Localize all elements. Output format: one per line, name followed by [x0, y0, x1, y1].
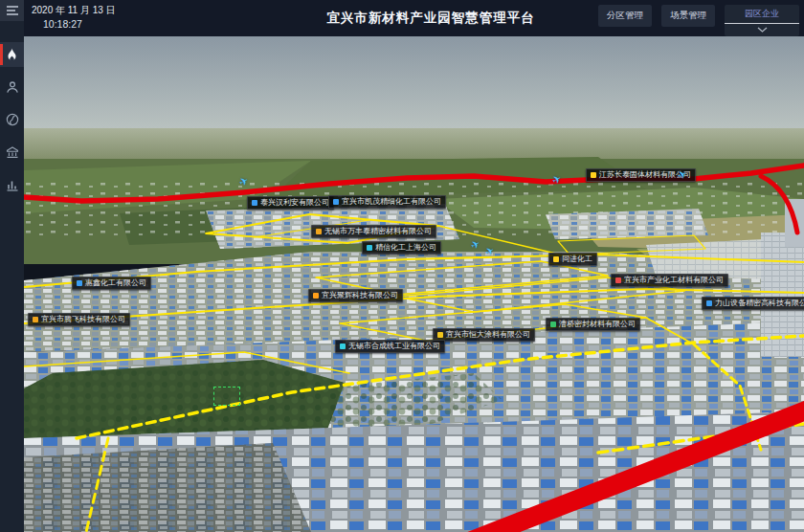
zone-management-button[interactable]: 分区管理 — [598, 5, 652, 27]
company-label[interactable]: 宜兴市凯茂精细化工有限公司 — [328, 195, 446, 209]
company-label-text: 无锡市万丰泰精密材料有限公司 — [324, 228, 432, 235]
company-marker-icon — [550, 321, 556, 327]
company-marker-icon — [367, 245, 372, 251]
datetime-block: 2020 年 11 月 13 日 10:18:27 — [32, 4, 116, 31]
company-marker-icon — [77, 280, 82, 286]
sidebar-item-fire-monitor[interactable] — [0, 42, 24, 67]
app-window: 2020 年 11 月 13 日 10:18:27 宜兴市新材料产业园智慧管理平… — [0, 0, 804, 532]
company-marker-icon — [591, 172, 596, 178]
sidebar-item-enterprise[interactable] — [0, 140, 24, 165]
aircraft-marker-icon[interactable]: ✈ — [237, 174, 251, 189]
scene-management-button[interactable]: 场景管理 — [661, 5, 715, 27]
page-title: 宜兴市新材料产业园智慧管理平台 — [326, 0, 535, 36]
map-3d-viewport[interactable]: 泰兴汉利安有限公司宜兴市凯茂精细化工有限公司无锡市万丰泰精密材料有限公司精信化工… — [24, 36, 804, 532]
company-label-text: 宜兴市凯茂精细化工有限公司 — [342, 198, 441, 206]
company-label[interactable]: 惠鑫化工有限公司 — [72, 277, 151, 290]
company-label-text: 漕桥密封材料有限公司 — [559, 321, 636, 328]
company-label-text: 精信化工上海公司 — [375, 244, 436, 252]
sidebar-item-menu[interactable] — [0, 0, 24, 21]
company-label-text: 同进化工 — [562, 255, 592, 263]
company-label[interactable]: 无锡市合成线工业有限公司 — [335, 340, 445, 353]
company-marker-icon — [33, 317, 38, 322]
icon-sidebar — [0, 0, 24, 532]
company-label[interactable]: 泰兴汉利安有限公司 — [247, 196, 334, 210]
sidebar-item-environment[interactable] — [0, 107, 24, 132]
company-label[interactable]: 漕桥密封材料有限公司 — [546, 318, 640, 331]
company-label[interactable]: 宜兴市恒大涂料有限公司 — [433, 328, 535, 342]
company-marker-icon — [553, 256, 559, 262]
current-date: 2020 年 11 月 13 日 — [32, 4, 116, 17]
company-marker-icon — [340, 344, 346, 349]
header-actions: 分区管理 场景管理 园区企业 — [598, 5, 799, 36]
chevron-down-icon — [725, 24, 799, 36]
aircraft-marker-icon[interactable]: ✈ — [550, 172, 564, 188]
aircraft-marker-icon[interactable]: ✈ — [483, 244, 497, 259]
park-enterprise-dropdown[interactable]: 园区企业 — [725, 5, 799, 36]
hamburger-icon — [6, 5, 19, 16]
aircraft-marker-icon[interactable]: ✈ — [469, 237, 482, 253]
company-marker-icon — [333, 199, 339, 205]
company-label[interactable]: 宜兴聚辉科技有限公司 — [308, 289, 403, 302]
company-marker-icon — [252, 200, 257, 206]
company-label[interactable]: 宜兴市产业化工材料有限公司 — [611, 274, 728, 287]
company-label[interactable]: 无锡市万丰泰精密材料有限公司 — [311, 225, 436, 238]
flame-icon — [6, 48, 18, 62]
company-label[interactable]: 同进化工 — [548, 253, 597, 266]
company-label[interactable]: 精信化工上海公司 — [362, 241, 441, 255]
company-marker-icon — [437, 332, 443, 338]
current-time: 10:18:27 — [32, 17, 116, 31]
globe-icon — [6, 113, 19, 126]
company-marker-icon — [313, 293, 319, 299]
sidebar-item-statistics[interactable] — [0, 172, 24, 197]
company-label-text: 无锡市合成线工业有限公司 — [348, 343, 440, 350]
company-label-text: 宜兴市腾飞科技有限公司 — [41, 316, 125, 323]
company-label[interactable]: 宜兴市腾飞科技有限公司 — [28, 313, 130, 326]
dropdown-selected-label: 园区企业 — [725, 5, 799, 24]
top-bar: 2020 年 11 月 13 日 10:18:27 宜兴市新材料产业园智慧管理平… — [24, 0, 804, 36]
bank-icon — [6, 145, 19, 159]
company-label-text: 宜兴聚辉科技有限公司 — [322, 292, 398, 299]
bar-chart-icon — [6, 178, 19, 191]
map-overlay: 泰兴汉利安有限公司宜兴市凯茂精细化工有限公司无锡市万丰泰精密材料有限公司精信化工… — [24, 36, 804, 532]
sidebar-item-personnel[interactable] — [0, 75, 24, 100]
company-label-text: 宜兴市产业化工材料有限公司 — [624, 277, 724, 284]
company-marker-icon — [706, 300, 712, 306]
company-label[interactable]: 力山设备精密高科技有限公司 — [702, 297, 804, 310]
company-marker-icon — [615, 277, 621, 283]
company-label-text: 惠鑫化工有限公司 — [85, 279, 146, 287]
company-label-text: 宜兴市恒大涂料有限公司 — [446, 331, 530, 339]
company-label-text: 力山设备精密高科技有限公司 — [715, 299, 804, 307]
company-label-text: 泰兴汉利安有限公司 — [260, 199, 329, 207]
person-icon — [6, 80, 19, 94]
company-marker-icon — [316, 229, 322, 234]
